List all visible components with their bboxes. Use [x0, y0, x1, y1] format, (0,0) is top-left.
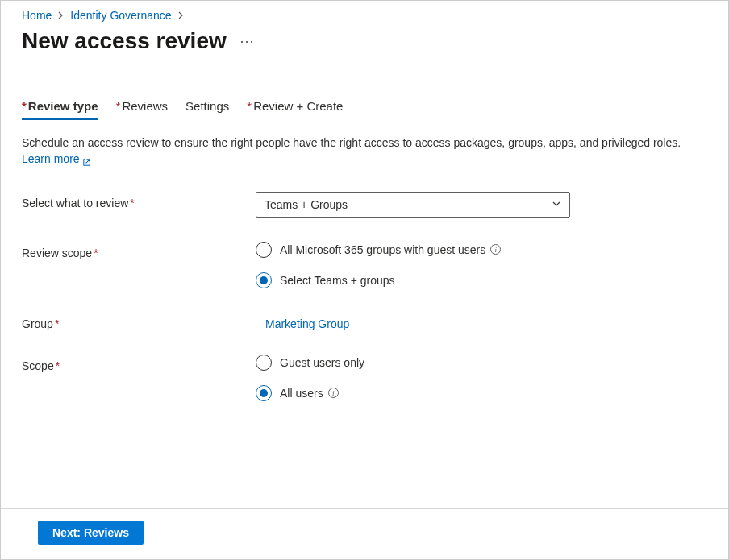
radio-label: Select Teams + groups — [280, 274, 395, 287]
footer: Next: Reviews — [1, 508, 728, 559]
info-icon[interactable]: i — [328, 388, 339, 398]
radio-all-users[interactable]: All users i — [256, 385, 707, 401]
page-title: New access review — [22, 28, 227, 54]
select-what-label: Select what to review* — [22, 192, 256, 209]
scope-label: Scope* — [22, 355, 256, 372]
intro-text: Schedule an access review to ensure the … — [22, 135, 707, 168]
chevron-right-icon — [58, 9, 64, 22]
select-what-dropdown[interactable]: Teams + Groups — [256, 192, 570, 218]
breadcrumb-identity-governance[interactable]: Identity Governance — [70, 9, 171, 22]
tab-review-type[interactable]: *Review type — [22, 99, 98, 120]
radio-select-teams-groups[interactable]: Select Teams + groups — [256, 272, 707, 288]
radio-icon — [256, 385, 272, 401]
radio-icon — [256, 355, 272, 371]
select-what-value: Teams + Groups — [265, 198, 348, 211]
info-icon[interactable]: i — [490, 244, 501, 255]
external-link-icon — [82, 155, 91, 164]
group-link[interactable]: Marketing Group — [265, 313, 349, 330]
breadcrumb-home[interactable]: Home — [22, 9, 52, 22]
radio-icon — [256, 272, 272, 288]
learn-more-link[interactable]: Learn more — [22, 151, 91, 167]
next-reviews-button[interactable]: Next: Reviews — [38, 521, 144, 545]
radio-guest-users-only[interactable]: Guest users only — [256, 355, 707, 371]
chevron-down-icon — [552, 198, 561, 211]
radio-label: All users i — [280, 387, 339, 400]
radio-icon — [256, 242, 272, 258]
group-label: Group* — [22, 313, 256, 330]
more-icon[interactable]: ⋯ — [240, 32, 255, 50]
tab-review-create[interactable]: *Review + Create — [247, 99, 343, 120]
tabs: *Review type *Reviews Settings *Review +… — [22, 99, 707, 120]
tab-settings[interactable]: Settings — [185, 99, 229, 120]
chevron-right-icon — [178, 9, 184, 22]
breadcrumb: Home Identity Governance — [22, 7, 707, 27]
radio-label: Guest users only — [280, 356, 364, 369]
tab-reviews[interactable]: *Reviews — [116, 99, 169, 120]
radio-all-m365-groups[interactable]: All Microsoft 365 groups with guest user… — [256, 242, 707, 258]
review-scope-label: Review scope* — [22, 242, 256, 259]
radio-label: All Microsoft 365 groups with guest user… — [280, 243, 501, 256]
